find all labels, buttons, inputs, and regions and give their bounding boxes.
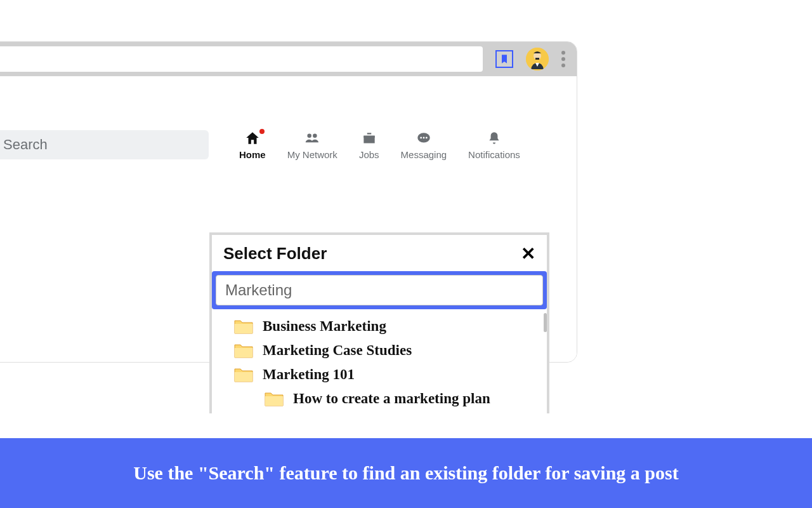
select-folder-modal: Select Folder ✕ Business Marketing Marke… (209, 232, 549, 413)
nav-label: Home (239, 149, 266, 160)
nav-items: Home My Network Jobs (239, 130, 520, 160)
address-bar[interactable] (0, 46, 483, 72)
avatar[interactable] (526, 48, 549, 70)
people-icon (303, 130, 322, 147)
svg-point-4 (313, 133, 317, 138)
more-menu-icon[interactable] (561, 51, 565, 67)
nav-label: Notifications (468, 149, 520, 160)
folder-name: How to create a marketing plan (293, 391, 490, 407)
folder-icon (233, 318, 254, 335)
bell-icon (485, 130, 504, 147)
folder-name: Marketing Case Studies (263, 342, 412, 359)
folder-search-input[interactable] (216, 275, 543, 305)
chat-icon (414, 130, 433, 147)
folder-item[interactable]: Marketing Case Studies (212, 338, 547, 363)
svg-point-3 (308, 133, 312, 138)
site-header: Search Home My Network (0, 130, 577, 160)
bookmark-icon[interactable] (495, 50, 513, 68)
folder-item-child[interactable]: How to create a marketing plan (212, 387, 547, 411)
folder-icon (233, 342, 254, 359)
folder-item[interactable]: Business Marketing (212, 314, 547, 338)
svg-rect-2 (535, 58, 539, 60)
folder-icon (264, 391, 284, 407)
close-icon[interactable]: ✕ (521, 245, 535, 263)
home-icon (243, 130, 262, 147)
search-input[interactable]: Search (0, 130, 209, 159)
nav-my-network[interactable]: My Network (287, 130, 337, 160)
briefcase-icon (360, 130, 379, 147)
browser-toolbar (0, 42, 577, 76)
folder-name: Business Marketing (263, 318, 386, 335)
nav-home[interactable]: Home (239, 130, 266, 160)
nav-label: Jobs (359, 149, 379, 160)
caption-text: Use the "Search" feature to find an exis… (133, 462, 678, 484)
svg-point-8 (422, 137, 424, 139)
svg-point-9 (426, 137, 428, 139)
search-highlight (212, 271, 547, 309)
svg-point-7 (420, 137, 422, 139)
notification-dot (258, 128, 266, 135)
modal-title: Select Folder (223, 244, 327, 264)
nav-label: Messaging (401, 149, 447, 160)
nav-notifications[interactable]: Notifications (468, 130, 520, 160)
folder-name: Marketing 101 (263, 366, 355, 383)
nav-messaging[interactable]: Messaging (401, 130, 447, 160)
svg-rect-5 (363, 136, 374, 138)
nav-label: My Network (287, 149, 337, 160)
folder-icon (233, 366, 254, 383)
nav-jobs[interactable]: Jobs (359, 130, 379, 160)
folder-item[interactable]: Marketing 101 (212, 363, 547, 387)
folder-list: Business Marketing Marketing Case Studie… (212, 309, 547, 413)
search-placeholder: Search (3, 137, 48, 153)
caption-banner: Use the "Search" feature to find an exis… (0, 438, 812, 508)
